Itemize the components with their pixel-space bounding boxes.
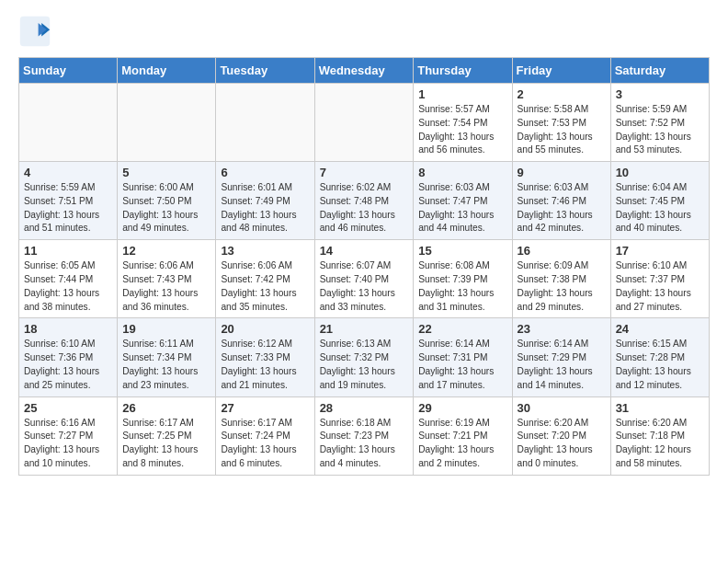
day-info: Sunrise: 6:10 AM Sunset: 7:36 PM Dayligh… xyxy=(24,338,112,392)
day-info: Sunrise: 6:02 AM Sunset: 7:48 PM Dayligh… xyxy=(320,181,409,236)
day-info: Sunrise: 5:57 AM Sunset: 7:54 PM Dayligh… xyxy=(418,103,506,157)
day-number: 24 xyxy=(616,322,704,336)
day-number: 18 xyxy=(24,322,112,336)
column-header-wednesday: Wednesday xyxy=(314,58,414,84)
day-info: Sunrise: 6:18 AM Sunset: 7:23 PM Dayligh… xyxy=(320,417,409,471)
calendar-cell: 21Sunrise: 6:13 AM Sunset: 7:32 PM Dayli… xyxy=(314,318,414,396)
day-number: 25 xyxy=(24,401,112,415)
column-header-sunday: Sunday xyxy=(19,58,118,84)
day-info: Sunrise: 5:59 AM Sunset: 7:51 PM Dayligh… xyxy=(24,181,112,236)
page-header xyxy=(18,15,710,48)
day-number: 17 xyxy=(616,244,704,258)
calendar-cell: 26Sunrise: 6:17 AM Sunset: 7:25 PM Dayli… xyxy=(118,396,216,475)
day-info: Sunrise: 6:00 AM Sunset: 7:50 PM Dayligh… xyxy=(122,181,210,236)
calendar-cell: 2Sunrise: 5:58 AM Sunset: 7:53 PM Daylig… xyxy=(512,84,610,162)
day-number: 22 xyxy=(418,322,506,336)
day-number: 2 xyxy=(518,87,606,101)
day-number: 6 xyxy=(221,166,309,179)
calendar-cell: 12Sunrise: 6:06 AM Sunset: 7:43 PM Dayli… xyxy=(118,240,216,318)
day-info: Sunrise: 6:03 AM Sunset: 7:46 PM Dayligh… xyxy=(518,181,606,236)
day-number: 10 xyxy=(616,166,704,179)
column-header-tuesday: Tuesday xyxy=(216,58,314,84)
calendar-cell: 1Sunrise: 5:57 AM Sunset: 7:54 PM Daylig… xyxy=(414,84,512,162)
day-info: Sunrise: 6:12 AM Sunset: 7:33 PM Dayligh… xyxy=(221,338,309,392)
calendar-cell: 15Sunrise: 6:08 AM Sunset: 7:39 PM Dayli… xyxy=(414,240,512,318)
calendar-week-row: 1Sunrise: 5:57 AM Sunset: 7:54 PM Daylig… xyxy=(19,84,710,162)
logo xyxy=(18,15,55,48)
calendar-cell: 19Sunrise: 6:11 AM Sunset: 7:34 PM Dayli… xyxy=(118,318,216,396)
calendar-cell: 30Sunrise: 6:20 AM Sunset: 7:20 PM Dayli… xyxy=(512,396,610,475)
day-number: 11 xyxy=(24,244,112,258)
day-number: 12 xyxy=(122,244,210,258)
day-number: 8 xyxy=(418,166,506,179)
calendar-cell: 31Sunrise: 6:20 AM Sunset: 7:18 PM Dayli… xyxy=(610,396,709,475)
day-info: Sunrise: 6:04 AM Sunset: 7:45 PM Dayligh… xyxy=(616,181,704,236)
calendar-cell: 24Sunrise: 6:15 AM Sunset: 7:28 PM Dayli… xyxy=(610,318,709,396)
calendar-cell: 4Sunrise: 5:59 AM Sunset: 7:51 PM Daylig… xyxy=(19,162,118,240)
calendar-cell: 8Sunrise: 6:03 AM Sunset: 7:47 PM Daylig… xyxy=(414,162,512,240)
calendar-week-row: 25Sunrise: 6:16 AM Sunset: 7:27 PM Dayli… xyxy=(19,396,710,475)
calendar-cell: 10Sunrise: 6:04 AM Sunset: 7:45 PM Dayli… xyxy=(610,162,709,240)
day-number: 7 xyxy=(320,166,409,179)
day-info: Sunrise: 6:03 AM Sunset: 7:47 PM Dayligh… xyxy=(418,181,506,236)
logo-icon xyxy=(18,15,51,48)
calendar-week-row: 4Sunrise: 5:59 AM Sunset: 7:51 PM Daylig… xyxy=(19,162,710,240)
calendar-table: SundayMondayTuesdayWednesdayThursdayFrid… xyxy=(18,57,710,476)
calendar-cell: 27Sunrise: 6:17 AM Sunset: 7:24 PM Dayli… xyxy=(216,396,314,475)
day-number: 21 xyxy=(320,322,409,336)
calendar-cell: 22Sunrise: 6:14 AM Sunset: 7:31 PM Dayli… xyxy=(414,318,512,396)
day-info: Sunrise: 6:17 AM Sunset: 7:24 PM Dayligh… xyxy=(221,417,309,471)
day-info: Sunrise: 6:09 AM Sunset: 7:38 PM Dayligh… xyxy=(518,259,606,314)
calendar-header-row: SundayMondayTuesdayWednesdayThursdayFrid… xyxy=(19,58,710,84)
day-info: Sunrise: 6:05 AM Sunset: 7:44 PM Dayligh… xyxy=(24,259,112,314)
day-number: 31 xyxy=(616,401,704,415)
calendar-cell: 11Sunrise: 6:05 AM Sunset: 7:44 PM Dayli… xyxy=(19,240,118,318)
day-number: 14 xyxy=(320,244,409,258)
calendar-cell: 7Sunrise: 6:02 AM Sunset: 7:48 PM Daylig… xyxy=(314,162,414,240)
calendar-cell xyxy=(118,84,216,162)
day-number: 27 xyxy=(221,401,309,415)
day-number: 23 xyxy=(518,322,606,336)
day-number: 3 xyxy=(616,87,704,101)
calendar-cell xyxy=(216,84,314,162)
day-number: 1 xyxy=(418,87,506,101)
day-info: Sunrise: 6:14 AM Sunset: 7:29 PM Dayligh… xyxy=(518,338,606,392)
day-number: 28 xyxy=(320,401,409,415)
day-info: Sunrise: 6:17 AM Sunset: 7:25 PM Dayligh… xyxy=(122,417,210,471)
day-info: Sunrise: 6:08 AM Sunset: 7:39 PM Dayligh… xyxy=(418,259,506,314)
day-info: Sunrise: 6:06 AM Sunset: 7:43 PM Dayligh… xyxy=(122,259,210,314)
day-info: Sunrise: 6:15 AM Sunset: 7:28 PM Dayligh… xyxy=(616,338,704,392)
day-info: Sunrise: 6:01 AM Sunset: 7:49 PM Dayligh… xyxy=(221,181,309,236)
calendar-cell: 16Sunrise: 6:09 AM Sunset: 7:38 PM Dayli… xyxy=(512,240,610,318)
day-info: Sunrise: 5:59 AM Sunset: 7:52 PM Dayligh… xyxy=(616,103,704,157)
day-number: 26 xyxy=(122,401,210,415)
day-info: Sunrise: 5:58 AM Sunset: 7:53 PM Dayligh… xyxy=(518,103,606,157)
column-header-monday: Monday xyxy=(118,58,216,84)
calendar-cell: 18Sunrise: 6:10 AM Sunset: 7:36 PM Dayli… xyxy=(19,318,118,396)
day-number: 9 xyxy=(518,166,606,179)
day-number: 13 xyxy=(221,244,309,258)
calendar-cell xyxy=(19,84,118,162)
column-header-thursday: Thursday xyxy=(414,58,512,84)
calendar-cell: 25Sunrise: 6:16 AM Sunset: 7:27 PM Dayli… xyxy=(19,396,118,475)
calendar-cell: 14Sunrise: 6:07 AM Sunset: 7:40 PM Dayli… xyxy=(314,240,414,318)
calendar-cell: 3Sunrise: 5:59 AM Sunset: 7:52 PM Daylig… xyxy=(610,84,709,162)
day-number: 4 xyxy=(24,166,112,179)
calendar-cell: 5Sunrise: 6:00 AM Sunset: 7:50 PM Daylig… xyxy=(118,162,216,240)
day-number: 16 xyxy=(518,244,606,258)
calendar-cell: 6Sunrise: 6:01 AM Sunset: 7:49 PM Daylig… xyxy=(216,162,314,240)
day-info: Sunrise: 6:07 AM Sunset: 7:40 PM Dayligh… xyxy=(320,259,409,314)
calendar-cell: 29Sunrise: 6:19 AM Sunset: 7:21 PM Dayli… xyxy=(414,396,512,475)
day-number: 19 xyxy=(122,322,210,336)
column-header-saturday: Saturday xyxy=(610,58,709,84)
calendar-cell: 9Sunrise: 6:03 AM Sunset: 7:46 PM Daylig… xyxy=(512,162,610,240)
calendar-cell xyxy=(314,84,414,162)
day-info: Sunrise: 6:20 AM Sunset: 7:20 PM Dayligh… xyxy=(518,417,606,471)
day-info: Sunrise: 6:14 AM Sunset: 7:31 PM Dayligh… xyxy=(418,338,506,392)
day-number: 29 xyxy=(418,401,506,415)
calendar-cell: 17Sunrise: 6:10 AM Sunset: 7:37 PM Dayli… xyxy=(610,240,709,318)
calendar-week-row: 18Sunrise: 6:10 AM Sunset: 7:36 PM Dayli… xyxy=(19,318,710,396)
calendar-week-row: 11Sunrise: 6:05 AM Sunset: 7:44 PM Dayli… xyxy=(19,240,710,318)
day-info: Sunrise: 6:13 AM Sunset: 7:32 PM Dayligh… xyxy=(320,338,409,392)
column-header-friday: Friday xyxy=(512,58,610,84)
